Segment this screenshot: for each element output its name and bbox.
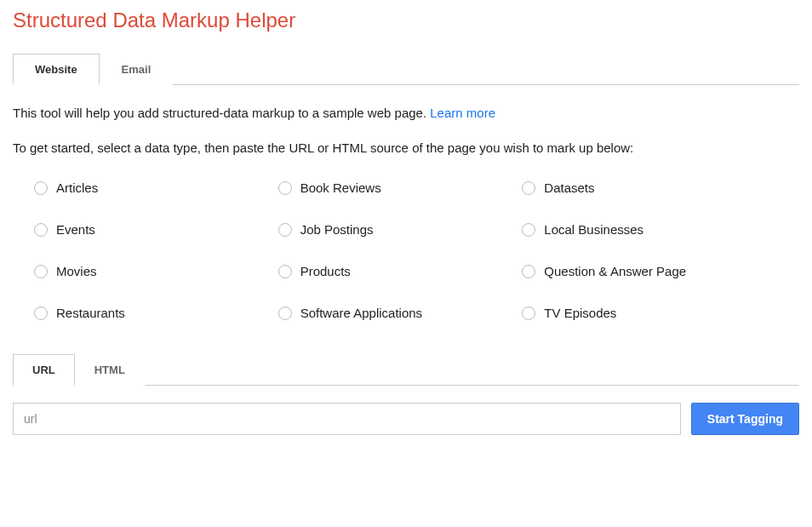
radio-icon [34, 306, 48, 320]
radio-label: Products [300, 264, 351, 278]
radio-icon [34, 223, 48, 237]
input-row: Start Tagging [13, 403, 799, 435]
radio-movies[interactable]: Movies [34, 264, 261, 278]
tab-url[interactable]: URL [13, 354, 75, 386]
url-input[interactable] [13, 403, 681, 435]
radio-restaurants[interactable]: Restaurants [34, 306, 261, 320]
radio-book-reviews[interactable]: Book Reviews [278, 180, 506, 195]
radio-job-postings[interactable]: Job Postings [278, 222, 506, 237]
learn-more-link[interactable]: Learn more [430, 106, 495, 120]
radio-label: Software Applications [300, 306, 422, 320]
radio-icon [278, 223, 292, 237]
radio-software-applications[interactable]: Software Applications [278, 306, 506, 320]
radio-label: Datasets [544, 180, 594, 195]
radio-products[interactable]: Products [278, 264, 506, 278]
content-type-tabs: Website Email [13, 54, 799, 85]
radio-label: Book Reviews [300, 180, 381, 195]
radio-label: Events [56, 222, 95, 237]
radio-label: Articles [56, 180, 98, 195]
radio-icon [522, 265, 535, 278]
radio-label: Movies [56, 264, 97, 278]
page-title: Structured Data Markup Helper [13, 9, 799, 32]
radio-tv-episodes[interactable]: TV Episodes [522, 306, 749, 320]
radio-question-answer[interactable]: Question & Answer Page [522, 264, 749, 278]
radio-icon [522, 181, 535, 195]
start-tagging-button[interactable]: Start Tagging [691, 403, 799, 435]
radio-icon [522, 223, 535, 237]
instructions-text: To get started, select a data type, then… [13, 140, 799, 155]
radio-icon [278, 181, 292, 195]
tab-email[interactable]: Email [100, 54, 174, 85]
radio-icon [278, 306, 292, 320]
radio-events[interactable]: Events [34, 222, 261, 237]
radio-label: Local Businesses [544, 222, 643, 237]
radio-label: Restaurants [56, 306, 125, 320]
radio-label: Job Postings [300, 222, 374, 237]
radio-label: TV Episodes [544, 306, 616, 320]
radio-icon [522, 306, 535, 320]
radio-articles[interactable]: Articles [34, 180, 261, 195]
radio-icon [34, 265, 48, 278]
tab-website[interactable]: Website [13, 54, 100, 85]
radio-icon [278, 265, 292, 278]
intro-text: This tool will help you add structured-d… [13, 104, 799, 122]
tab-html[interactable]: HTML [75, 354, 145, 386]
radio-datasets[interactable]: Datasets [522, 180, 749, 195]
intro-text-body: This tool will help you add structured-d… [13, 106, 430, 120]
radio-icon [34, 181, 48, 195]
data-type-grid: Articles Book Reviews Datasets Events Jo… [34, 180, 749, 320]
input-source-tabs: URL HTML [13, 354, 799, 386]
radio-local-businesses[interactable]: Local Businesses [522, 222, 749, 237]
radio-label: Question & Answer Page [544, 264, 686, 278]
